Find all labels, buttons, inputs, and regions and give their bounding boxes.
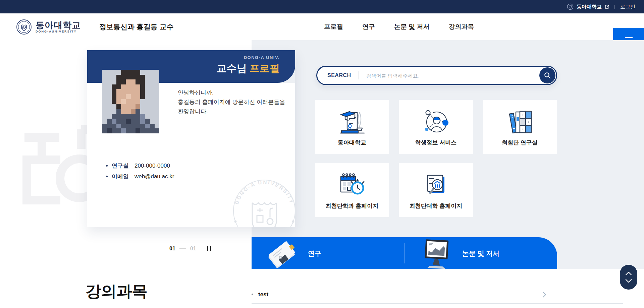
banner-label: 연구 [308, 249, 321, 258]
pagination-total: 01 [190, 246, 196, 252]
contact-value: web@dau.ac.kr [135, 173, 174, 180]
nav-item-courses[interactable]: 강의과목 [449, 22, 474, 31]
pause-icon [207, 246, 208, 251]
university-seal-icon [16, 19, 32, 35]
university-logo[interactable]: 동아대학교 DONG-AUNIVERSITY 정보통신과 홍길동 교수 [16, 13, 174, 40]
contact-row-email: 이메일 web@dau.ac.kr [106, 173, 174, 180]
chevron-down-icon [625, 279, 633, 283]
greeting-line: 환영합니다. [178, 107, 285, 116]
quicklink-department-homepage[interactable]: 최첨단학과 홈페이지 [315, 163, 389, 217]
quick-links-grid: 동아대학교 학생정보 서비스 [315, 100, 557, 217]
pause-button[interactable] [206, 245, 212, 252]
header: 동아대학교 DONG-AUNIVERSITY 정보통신과 홍길동 교수 프로필 … [0, 13, 644, 40]
hamburger-icon [625, 37, 633, 38]
lecture-list-item[interactable]: test [252, 286, 623, 304]
login-link[interactable]: 로그인 [620, 4, 635, 10]
page: 동아대학교 로그인 동아대학교 DONG-AUNIVERSITY [0, 0, 644, 308]
logo-subtitle: DONG-AUNIVERSITY [36, 30, 81, 33]
quicklink-college-homepage[interactable]: 최첨단대학 홈페이지 [399, 163, 473, 217]
site-title: 정보통신과 홍길동 교수 [99, 22, 174, 32]
scroll-down-button[interactable] [624, 278, 633, 284]
student-network-icon [420, 107, 452, 135]
logo-text: 동아대학교 DONG-AUNIVERSITY [36, 21, 81, 33]
card-title-accent: 프로필 [250, 63, 280, 74]
search-input[interactable] [366, 73, 556, 78]
professor-profile-card: DONG-A UNIV. 교수님 프로필 DONG-A UNIVERSITY [87, 50, 295, 227]
search-divider [359, 71, 359, 79]
greeting-line: 안녕하십니까. [178, 88, 285, 98]
quicklink-label: 최첨단 연구실 [483, 139, 557, 146]
topbar-university-link[interactable]: 동아대학교 [577, 4, 602, 10]
lecture-section-title: 강의과목 [86, 281, 147, 302]
card-title-white: 교수님 [217, 63, 250, 74]
quicklink-label: 최첨단학과 홈페이지 [315, 202, 389, 210]
scroll-up-button[interactable] [624, 270, 633, 276]
university-emblem-icon [567, 3, 574, 10]
quicklink-label: 동아대학교 [315, 139, 389, 146]
nav-item-research[interactable]: 연구 [362, 22, 375, 31]
contact-value: 200-000-0000 [135, 163, 170, 169]
contact-label: 이메일 [112, 173, 135, 180]
banner-label: 논문 및 저서 [462, 249, 499, 258]
quicklink-advanced-lab[interactable]: 최첨단 연구실 [483, 100, 557, 154]
university-seal-watermark: DONG-A UNIVERSITY [224, 171, 295, 227]
magnifier-icon [544, 72, 551, 79]
quicklink-student-info-service[interactable]: 학생정보 서비스 [399, 100, 473, 154]
chevron-right-icon [542, 291, 547, 298]
bookshelf-icon [504, 107, 536, 135]
book-magnifier-icon [420, 171, 452, 199]
topbar-divider [614, 5, 615, 9]
topbar-right: 동아대학교 로그인 [567, 0, 635, 13]
bullet-icon [106, 176, 108, 177]
contact-list: 연구실 200-000-0000 이메일 web@dau.ac.kr [106, 162, 174, 180]
professor-photo [102, 70, 159, 133]
nav-item-publications[interactable]: 논문 및 저서 [394, 22, 430, 31]
quicklink-dong-a-university[interactable]: 동아대학교 [315, 100, 389, 154]
contact-row-office: 연구실 200-000-0000 [106, 162, 174, 170]
bottom-banner: 연구 논문 및 저서 [252, 237, 557, 269]
search-bar: SEARCH [316, 66, 557, 85]
main-nav: 프로필 연구 논문 및 저서 강의과목 [324, 13, 474, 40]
background-watermark-glyph [18, 125, 97, 208]
search-label: SEARCH [327, 72, 351, 78]
header-divider [90, 22, 90, 32]
greeting-text: 안녕하십니까. 홍길동의 홈페이지에 방문하신 여러분들을 환영합니다. [178, 88, 285, 116]
calendar-stopwatch-icon [336, 171, 368, 199]
pagination-current: 01 [169, 246, 175, 252]
banner-item-research[interactable]: 연구 [252, 237, 404, 269]
chevron-up-icon [625, 271, 633, 275]
greeting-line: 홍길동의 홈페이지에 방문하신 여러분들을 [178, 98, 285, 107]
banner-item-publications[interactable]: 논문 및 저서 [404, 237, 557, 269]
diploma-icon [336, 107, 368, 135]
quicklink-label: 학생정보 서비스 [399, 139, 473, 146]
card-univ-label: DONG-A UNIV. [87, 55, 280, 60]
svg-text:DONG-A UNIVERSITY: DONG-A UNIVERSITY [234, 179, 295, 205]
bullet-icon [252, 294, 253, 295]
pagination-dash [179, 248, 186, 249]
bullet-icon [106, 165, 108, 167]
slider-pagination: 01 01 [169, 245, 212, 252]
lecture-item-label: test [258, 291, 268, 298]
monitor-chart-icon [420, 238, 454, 269]
external-link-icon [605, 5, 609, 9]
topbar: 동아대학교 로그인 [0, 0, 644, 13]
logo-title: 동아대학교 [36, 21, 81, 30]
contact-label: 연구실 [112, 162, 135, 170]
research-papers-icon [262, 239, 304, 269]
quicklink-label: 최첨단대학 홈페이지 [399, 202, 473, 210]
nav-item-profile[interactable]: 프로필 [324, 22, 343, 31]
search-button[interactable] [539, 67, 555, 83]
